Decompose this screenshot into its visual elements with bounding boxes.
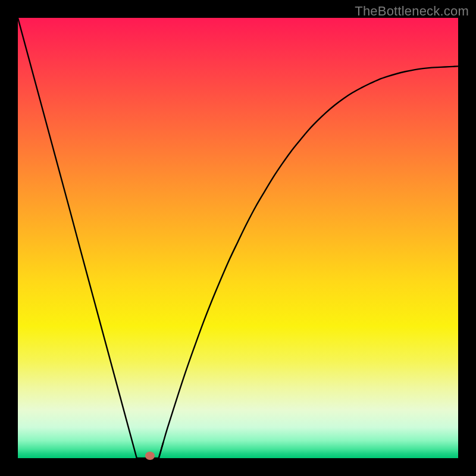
attribution-text: TheBottleneck.com [355,4,469,19]
curve-svg [18,18,458,458]
minimum-marker [145,452,155,460]
chart-stage: TheBottleneck.com [0,0,476,476]
curve-left-branch [18,18,137,458]
curve-right-branch [159,66,458,458]
plot-area [18,18,458,458]
